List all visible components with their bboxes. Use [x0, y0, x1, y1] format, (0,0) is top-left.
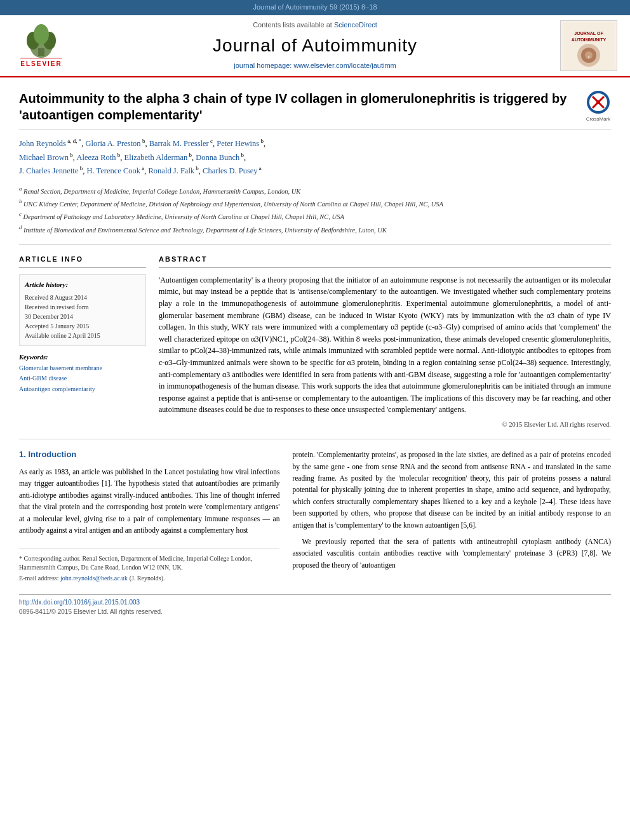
- author-aleeza-roth: Aleeza Roth: [76, 153, 116, 162]
- keywords-section: Keywords: Glomerular basement membrane A…: [19, 352, 146, 394]
- accepted-date: Accepted 5 January 2015: [25, 321, 140, 331]
- author-donna-bunch: Donna Bunch: [196, 153, 239, 162]
- article-info-column: ARTICLE INFO Article history: Received 8…: [19, 255, 146, 429]
- elsevier-tree-icon: [19, 23, 64, 58]
- intro-body-text-right: protein. 'Complementarity proteins', as …: [292, 449, 611, 571]
- available-date: Available online 2 April 2015: [25, 331, 140, 340]
- author-ronald-falk: Ronald J. Falk: [149, 166, 195, 175]
- contents-line: Contents lists available at ScienceDirec…: [70, 20, 560, 30]
- intro-para-1: As early as 1983, an article was publish…: [19, 466, 279, 536]
- elsevier-logo: ELSEVIER: [13, 23, 70, 69]
- affiliation-d: d Institute of Biomedical and Environmen…: [19, 223, 611, 235]
- keyword-3: Autoantigen complementarity: [19, 385, 146, 394]
- crossmark-icon: [586, 90, 610, 114]
- email-label: E-mail address:: [19, 575, 58, 582]
- journal-logo-icon: JOURNAL OF AUTOIMMUNITY ●: [563, 22, 614, 70]
- author-michael-brown: Michael Brown: [19, 153, 69, 162]
- email-line: E-mail address: john.reynolds@heds.ac.uk…: [19, 574, 279, 583]
- author-hterence-cook: H. Terence Cook: [86, 166, 140, 175]
- svg-text:●: ●: [587, 55, 589, 58]
- keyword-1: Glomerular basement membrane: [19, 364, 146, 373]
- footnote-area: * Corresponding author. Renal Section, D…: [19, 549, 279, 583]
- keyword-2: Anti-GBM disease: [19, 374, 146, 383]
- article-history-box: Article history: Received 8 August 2014 …: [19, 274, 146, 346]
- doi-link[interactable]: http://dx.doi.org/10.1016/j.jaut.2015.01…: [19, 599, 140, 606]
- email-suffix: (J. Reynolds).: [130, 575, 165, 582]
- author-elizabeth-alderman: Elizabeth Alderman: [124, 153, 188, 162]
- divider-2: [19, 439, 611, 439]
- corresponding-author-note: * Corresponding author. Renal Section, D…: [19, 554, 279, 572]
- author-jcharles-jennette: J. Charles Jennette: [19, 166, 78, 175]
- autoimmunity-logo-image: JOURNAL OF AUTOIMMUNITY ●: [560, 20, 617, 71]
- author-john-reynolds: John Reynolds: [19, 140, 66, 149]
- body-left-column: 1. Introduction As early as 1983, an art…: [19, 449, 279, 585]
- divider-1: [19, 244, 611, 245]
- article-info-header: ARTICLE INFO: [19, 255, 146, 268]
- author-gloria-preston: Gloria A. Preston: [85, 140, 140, 149]
- elsevier-label: ELSEVIER: [20, 58, 62, 69]
- affiliation-b: b UNC Kidney Center, Department of Medic…: [19, 197, 611, 209]
- crossmark-label: CrossMark: [586, 116, 611, 123]
- affiliation-c: c Department of Pathology and Laboratory…: [19, 210, 611, 222]
- history-label: Article history:: [25, 280, 140, 290]
- contents-text: Contents lists available at: [253, 21, 332, 29]
- intro-para-3: We previously reported that the sera of …: [292, 536, 611, 571]
- abstract-paragraph: 'Autoantigen complementarity' is a theor…: [159, 274, 611, 416]
- intro-para-2: protein. 'Complementarity proteins', as …: [292, 449, 611, 531]
- keywords-label: Keywords:: [19, 352, 146, 362]
- author-charles-pusey: Charles D. Pusey: [203, 166, 257, 175]
- author-peter-hewins: Peter Hewins: [217, 140, 259, 149]
- journal-title-center: Contents lists available at ScienceDirec…: [70, 20, 560, 71]
- email-link[interactable]: john.reynolds@heds.ac.uk: [60, 575, 128, 582]
- page-content: Autoimmunity to the alpha 3 chain of typ…: [0, 77, 630, 617]
- journal-bar-text: Journal of Autoimmunity 59 (2015) 8–18: [253, 3, 377, 11]
- body-right-column: protein. 'Complementarity proteins', as …: [292, 449, 611, 585]
- journal-url: journal homepage: www.elsevier.com/locat…: [70, 61, 560, 71]
- article-info-abstract: ARTICLE INFO Article history: Received 8…: [19, 255, 611, 429]
- body-content: 1. Introduction As early as 1983, an art…: [19, 449, 611, 585]
- svg-point-16: [596, 100, 600, 104]
- article-title-section: Autoimmunity to the alpha 3 chain of typ…: [19, 77, 611, 130]
- intro-body-text-left: As early as 1983, an article was publish…: [19, 466, 279, 536]
- journal-main-title: Journal of Autoimmunity: [70, 33, 560, 59]
- header-area: ELSEVIER Contents lists available at Sci…: [0, 15, 630, 77]
- copyright-line: © 2015 Elsevier Ltd. All rights reserved…: [159, 420, 611, 429]
- authors-section: John Reynolds a, d, *, Gloria A. Preston…: [19, 130, 611, 180]
- crossmark-logo: CrossMark: [586, 90, 611, 123]
- revised-label: Received in revised form: [25, 302, 140, 312]
- affiliation-a: a Renal Section, Department of Medicine,…: [19, 185, 611, 196]
- issn-text: 0896-8411/© 2015 Elsevier Ltd. All right…: [19, 608, 163, 615]
- svg-text:JOURNAL OF: JOURNAL OF: [574, 31, 603, 36]
- article-title: Autoimmunity to the alpha 3 chain of typ…: [19, 90, 586, 123]
- intro-section-title: 1. Introduction: [19, 449, 279, 461]
- sciencedirect-link[interactable]: ScienceDirect: [334, 21, 377, 29]
- affiliations: a Renal Section, Department of Medicine,…: [19, 185, 611, 235]
- bottom-bar: http://dx.doi.org/10.1016/j.jaut.2015.01…: [19, 594, 611, 617]
- svg-point-4: [34, 24, 49, 44]
- abstract-text: 'Autoantigen complementarity' is a theor…: [159, 274, 611, 416]
- received-date: Received 8 August 2014: [25, 293, 140, 302]
- author-barrak-pressler: Barrak M. Pressler: [149, 140, 209, 149]
- journal-bar: Journal of Autoimmunity 59 (2015) 8–18: [0, 0, 630, 15]
- author-sup-1: a, d, *: [66, 138, 81, 144]
- abstract-column: ABSTRACT 'Autoantigen complementarity' i…: [159, 255, 611, 429]
- abstract-header: ABSTRACT: [159, 255, 611, 268]
- svg-text:AUTOIMMUNITY: AUTOIMMUNITY: [572, 37, 607, 42]
- revised-date: 30 December 2014: [25, 312, 140, 321]
